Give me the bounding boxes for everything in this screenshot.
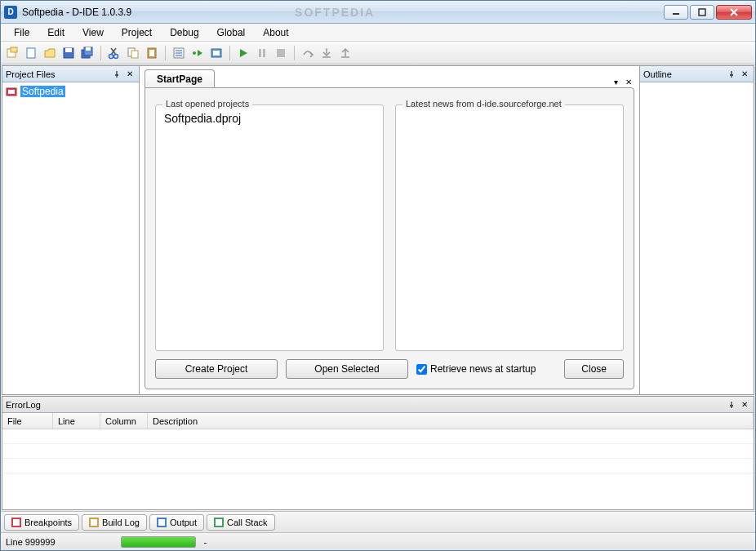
tab-buildlog[interactable]: Build Log xyxy=(82,514,147,531)
svg-rect-35 xyxy=(8,90,15,94)
step-over-icon[interactable] xyxy=(300,45,316,61)
startpage-content: Last opened projects Softpedia.dproj Lat… xyxy=(145,87,634,389)
open-selected-button[interactable]: Open Selected xyxy=(286,359,408,379)
window-title: Softpedia - D-IDE 1.0.3.9 xyxy=(22,7,131,18)
svg-point-24 xyxy=(193,51,196,55)
save-icon[interactable] xyxy=(60,45,77,61)
retrieve-news-input[interactable] xyxy=(416,364,427,375)
tab-breakpoints[interactable]: Breakpoints xyxy=(4,514,79,531)
col-file[interactable]: File xyxy=(2,413,53,429)
step-into-icon[interactable] xyxy=(318,45,335,61)
svg-rect-28 xyxy=(263,49,265,57)
run-to-icon[interactable] xyxy=(189,45,206,61)
tab-close-icon[interactable]: ✕ xyxy=(623,76,634,87)
retrieve-news-label: Retrieve news at startup xyxy=(430,363,536,375)
svg-point-15 xyxy=(114,54,118,58)
last-opened-list[interactable]: Softpedia.dproj xyxy=(161,110,378,345)
app-window: D Softpedia - D-IDE 1.0.3.9 SOFTPEDIA Fi… xyxy=(0,0,756,551)
output-icon xyxy=(157,518,167,527)
project-files-panel: Project Files ✕ Softpedia xyxy=(2,66,140,394)
menu-about[interactable]: About xyxy=(255,25,296,40)
menu-global[interactable]: Global xyxy=(209,25,254,40)
tab-callstack[interactable]: Call Stack xyxy=(207,514,275,531)
new-file-icon[interactable] xyxy=(23,45,39,61)
stop-icon[interactable] xyxy=(273,45,289,61)
pin-icon[interactable] xyxy=(111,69,122,80)
menu-debug[interactable]: Debug xyxy=(162,25,207,40)
statusbar: Line 999999 - xyxy=(1,532,755,550)
editor-area: StartPage ▾ ✕ Last opened projects Softp… xyxy=(140,66,639,394)
new-project-icon[interactable] xyxy=(4,45,20,61)
pin-icon[interactable] xyxy=(726,399,737,411)
open-icon[interactable] xyxy=(42,45,58,61)
project-tree[interactable]: Softpedia xyxy=(2,82,139,100)
close-button[interactable]: Close xyxy=(564,359,624,379)
table-row xyxy=(2,429,754,444)
retrieve-news-checkbox[interactable]: Retrieve news at startup xyxy=(416,363,536,375)
col-column[interactable]: Column xyxy=(100,413,148,429)
menu-file[interactable]: File xyxy=(6,25,38,40)
col-line[interactable]: Line xyxy=(53,413,100,429)
tab-label: Build Log xyxy=(102,518,140,527)
news-label: Latest news from d-ide.sourceforge.net xyxy=(402,99,565,109)
errorlog-title: ErrorLog xyxy=(6,400,724,410)
status-extra: - xyxy=(204,537,207,547)
outline-panel: Outline ✕ xyxy=(639,66,754,394)
svg-rect-5 xyxy=(11,47,17,52)
create-project-button[interactable]: Create Project xyxy=(155,359,278,379)
save-all-icon[interactable] xyxy=(79,45,96,61)
settings-icon[interactable] xyxy=(208,45,225,61)
tab-label: Breakpoints xyxy=(24,518,72,527)
watermark: SOFTPEDIA xyxy=(295,6,375,19)
step-out-icon[interactable] xyxy=(337,45,354,61)
paste-icon[interactable] xyxy=(144,45,160,61)
menu-edit[interactable]: Edit xyxy=(39,25,73,40)
outline-content xyxy=(640,82,754,394)
tree-item-project[interactable]: Softpedia xyxy=(6,86,136,97)
svg-rect-43 xyxy=(216,519,222,526)
buildlog-icon xyxy=(89,518,99,527)
tab-menu-icon[interactable]: ▾ xyxy=(610,76,621,87)
close-icon[interactable]: ✕ xyxy=(739,399,750,411)
svg-rect-29 xyxy=(277,49,285,57)
tab-startpage[interactable]: StartPage xyxy=(145,69,215,87)
list-item[interactable]: Softpedia.dproj xyxy=(161,110,378,127)
close-icon[interactable]: ✕ xyxy=(124,69,136,80)
svg-rect-41 xyxy=(158,519,165,526)
menu-project[interactable]: Project xyxy=(113,25,160,40)
tab-output[interactable]: Output xyxy=(149,514,204,531)
project-files-title: Project Files xyxy=(6,69,109,79)
titlebar: D Softpedia - D-IDE 1.0.3.9 SOFTPEDIA xyxy=(1,1,755,24)
pause-icon[interactable] xyxy=(254,45,270,61)
menubar: File Edit View Project Debug Global Abou… xyxy=(1,24,755,42)
minimize-button[interactable] xyxy=(664,5,688,20)
svg-rect-17 xyxy=(131,51,138,58)
close-window-button[interactable] xyxy=(716,5,752,20)
tab-label: Call Stack xyxy=(227,518,268,527)
copy-icon[interactable] xyxy=(125,45,141,61)
pin-icon[interactable] xyxy=(726,69,737,80)
maximize-button[interactable] xyxy=(690,5,714,20)
news-list[interactable] xyxy=(401,110,618,345)
run-icon[interactable] xyxy=(235,45,251,61)
outline-title: Outline xyxy=(643,69,724,79)
document-tabs: StartPage ▾ ✕ xyxy=(140,66,639,87)
col-description[interactable]: Description xyxy=(148,413,754,429)
main-content: Project Files ✕ Softpedia StartPage ▾ ✕ xyxy=(2,65,754,395)
errorlog-body[interactable] xyxy=(2,429,754,509)
svg-rect-8 xyxy=(65,48,72,52)
close-icon[interactable]: ✕ xyxy=(739,69,750,80)
goto-line-icon[interactable] xyxy=(171,45,187,61)
svg-rect-27 xyxy=(259,49,261,57)
menu-view[interactable]: View xyxy=(74,25,112,40)
last-opened-label: Last opened projects xyxy=(162,99,252,109)
errorlog-columns: File Line Column Description xyxy=(2,413,754,429)
tab-label: Output xyxy=(170,518,197,527)
progress-bar xyxy=(121,536,196,548)
svg-rect-6 xyxy=(27,48,35,58)
news-group: Latest news from d-ide.sourceforge.net xyxy=(395,104,624,351)
status-line: Line 999999 xyxy=(6,537,56,547)
cut-icon[interactable] xyxy=(106,45,122,61)
tree-item-label: Softpedia xyxy=(20,86,65,97)
svg-rect-19 xyxy=(149,50,154,56)
